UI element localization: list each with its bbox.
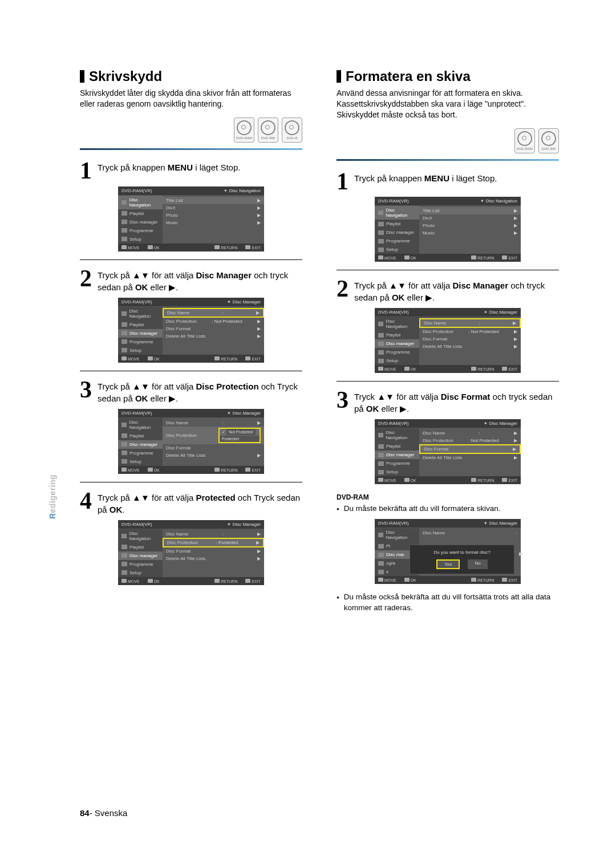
- step-number: 2: [337, 278, 348, 300]
- osd-left-3: DVD-RAM(VR)✦ Disc Manager Disc Navigatio…: [118, 409, 264, 474]
- step-text: Tryck ▲▼ för att välja Disc Format och t…: [354, 390, 559, 415]
- osd-left-1: DVD-RAM(VR)✦ Disc Navigation Disc Naviga…: [118, 186, 264, 251]
- protection-options: ✓ Not Protected Portected: [218, 428, 261, 443]
- bullet-1: Du måste bekräfta att du vill formatera …: [337, 504, 559, 514]
- osd-right-1: DVD-RAM(VR)✦ Disc Navigation Disc Naviga…: [375, 197, 521, 262]
- disc-icons-right: DVD-RAM DVD-RW: [337, 128, 559, 153]
- step-number: 4: [80, 490, 92, 512]
- disc-icon-r: DVD-R: [282, 117, 302, 143]
- thin-separator: [80, 371, 302, 371]
- osd-left-2: DVD-RAM(VR)✦ Disc Manager Disc Navigatio…: [118, 298, 264, 363]
- page-footer: 84- Svenska: [80, 808, 127, 818]
- thin-separator: [80, 482, 302, 482]
- heading-tick-icon: [80, 70, 84, 83]
- side-tab: Redigering: [48, 474, 57, 519]
- disc-icon-ram: DVD-RAM: [514, 128, 535, 153]
- step-number: 1: [80, 160, 92, 182]
- step-number: 3: [80, 379, 92, 401]
- heading-tick-icon: [337, 70, 341, 83]
- step-right-2: 2 Tryck på ▲▼ för att välja Disc Manager…: [337, 278, 559, 303]
- step-right-3: 3 Tryck ▲▼ för att välja Disc Format och…: [337, 390, 559, 415]
- step-number: 2: [80, 268, 92, 290]
- osd-left-4: DVD-RAM(VR)✦ Disc Manager Disc Navigatio…: [118, 520, 264, 585]
- step-text: Tryck på knappen MENU i läget Stop.: [354, 171, 497, 184]
- osd-right-4: DVD-RAM(VR)✦ Disc Manager Disc Navigatio…: [375, 519, 521, 584]
- page: Redigering Skrivskydd Skrivskyddet låter…: [0, 0, 616, 852]
- separator: [80, 148, 302, 150]
- step-text: Tryck på knappen MENU i läget Stop.: [98, 160, 240, 173]
- step-left-4: 4 Tryck på ▲▼ för att välja Protected oc…: [80, 490, 302, 516]
- disc-icons-left: DVD-RAM DVD-RW DVD-R: [80, 117, 302, 143]
- osd-right-2: DVD-RAM(VR)✦ Disc Manager Disc Navigatio…: [375, 308, 521, 373]
- bullet-2: Du måste också bekräfta att du vill fort…: [337, 592, 559, 614]
- dialog-buttons: Yes No: [414, 559, 510, 569]
- step-left-2: 2 Tryck på ▲▼ för att välja Disc Manager…: [80, 268, 302, 293]
- yes-button[interactable]: Yes: [436, 559, 460, 569]
- heading-right: Formatera en skiva: [346, 68, 471, 84]
- step-text: Tryck på ▲▼ för att välja Protected och …: [98, 490, 302, 516]
- disc-icon-ram: DVD-RAM: [234, 117, 254, 143]
- step-left-1: 1 Tryck på knappen MENU i läget Stop.: [80, 160, 302, 182]
- thin-separator: [337, 270, 559, 270]
- separator: [337, 159, 559, 161]
- heading-left: Skrivskydd: [89, 68, 162, 84]
- step-right-1: 1 Tryck på knappen MENU i läget Stop.: [337, 171, 559, 193]
- thin-separator: [80, 259, 302, 260]
- step-text: Tryck på ▲▼ för att välja Disc Protectio…: [98, 379, 302, 404]
- step-number: 3: [337, 390, 348, 411]
- subheading-dvdram: DVD-RAM: [337, 493, 559, 501]
- step-text: Tryck på ▲▼ för att välja Disc Manager o…: [98, 268, 302, 293]
- osd-right-3: DVD-RAM(VR)✦ Disc Manager Disc Navigatio…: [375, 419, 521, 484]
- left-column: Skrivskydd Skrivskyddet låter dig skydda…: [80, 68, 302, 618]
- intro-left: Skrivskyddet låter dig skydda dina skivo…: [80, 88, 297, 109]
- format-dialog: Do you want to format disc? Yes No: [410, 545, 514, 574]
- heading-bar-right: Formatera en skiva: [337, 68, 559, 84]
- heading-bar-left: Skrivskydd: [80, 68, 302, 84]
- right-column: Formatera en skiva Använd dessa anvisnin…: [337, 68, 559, 618]
- step-number: 1: [337, 171, 348, 193]
- no-button[interactable]: No: [468, 559, 487, 569]
- thin-separator: [337, 381, 559, 382]
- step-text: Tryck på ▲▼ för att välja Disc Manager o…: [354, 278, 559, 303]
- scroll-indicator-icon: ▶: [519, 551, 523, 557]
- disc-icon-rw: DVD-RW: [538, 128, 559, 153]
- disc-icon-rw: DVD-RW: [258, 117, 278, 143]
- columns: Skrivskydd Skrivskyddet låter dig skydda…: [80, 68, 559, 618]
- intro-right: Använd dessa anvisningar för att formate…: [337, 88, 553, 120]
- step-left-3: 3 Tryck på ▲▼ för att välja Disc Protect…: [80, 379, 302, 404]
